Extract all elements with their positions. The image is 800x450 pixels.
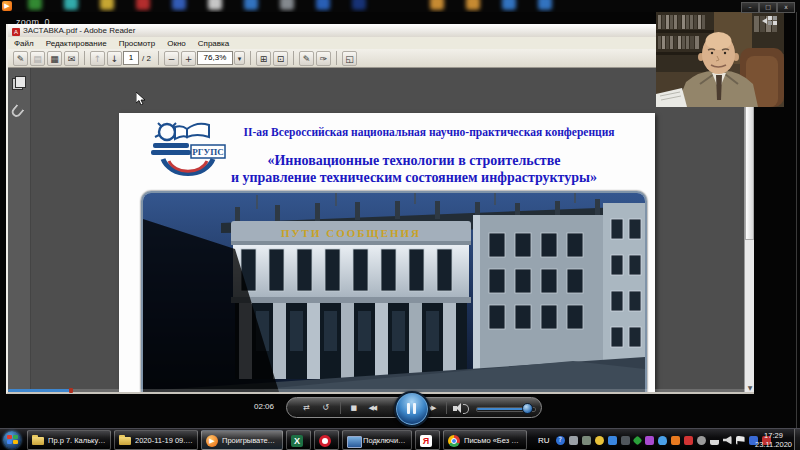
mouse-cursor: [136, 92, 145, 105]
fullscreen-icon[interactable]: ◱: [342, 51, 357, 66]
toolbar-separator: [250, 51, 251, 65]
video-right-edge: [796, 12, 797, 428]
repeat-icon[interactable]: ↺: [316, 403, 335, 412]
pdf-page: РГУПС II-ая Всероссийская национальная н…: [119, 113, 655, 392]
rewind-icon[interactable]: ◀◀: [361, 404, 382, 412]
excel-icon: X: [291, 435, 304, 446]
help-icon[interactable]: ?: [556, 436, 565, 445]
yandex-icon: Я: [420, 435, 433, 446]
elapsed-time: 02:06: [254, 402, 274, 411]
sign-document-icon[interactable]: ✎: [13, 51, 28, 66]
zoom-in-icon[interactable]: +: [181, 51, 196, 66]
comment-icon[interactable]: ✎: [299, 51, 314, 66]
seek-bar[interactable]: [8, 389, 748, 392]
taskbar-media-player[interactable]: ▶ Проигрыватель...: [201, 430, 283, 450]
seek-bar-handle[interactable]: [69, 388, 73, 393]
taskbar-excel[interactable]: X: [286, 430, 311, 450]
volume-icon[interactable]: [723, 436, 732, 445]
language-indicator[interactable]: RU: [538, 436, 550, 445]
print-icon[interactable]: ▦: [47, 51, 62, 66]
controls-separator: [340, 402, 341, 414]
minimize-button[interactable]: –: [741, 2, 759, 13]
scrollbar-thumb[interactable]: [745, 104, 754, 240]
opera-icon: [319, 435, 332, 446]
taskbar-clock[interactable]: 17:29 23.11.2020: [755, 431, 792, 449]
system-tray: RU ?: [538, 429, 773, 450]
taskbar-connect[interactable]: Подключиться к...: [342, 430, 412, 450]
adobe-menubar: ФайлРедактированиеПросмотрОкноСправка: [8, 37, 754, 49]
stop-icon[interactable]: ■: [346, 404, 361, 412]
building-image: ПУТИ СООБЩЕНИЯ: [141, 191, 647, 392]
clock-time: 17:29: [755, 431, 792, 440]
app-red-icon[interactable]: [684, 436, 693, 445]
show-desktop-button[interactable]: [794, 429, 800, 450]
cloud-icon[interactable]: [658, 436, 667, 445]
save-icon[interactable]: ▤: [30, 51, 45, 66]
adobe-navigation-pane: [8, 68, 31, 392]
folder-icon: [119, 435, 132, 446]
action-center-flag-icon[interactable]: [736, 436, 745, 445]
volume-thumb[interactable]: [522, 403, 533, 414]
controls-separator: [446, 402, 447, 414]
desktop: zoom_0 AЗАСТАВКА.pdf - Adobe Reader Файл…: [0, 0, 800, 450]
player-titlebar[interactable]: [0, 0, 800, 12]
taskbar-yandex[interactable]: Я: [415, 430, 440, 450]
usb-icon[interactable]: [569, 436, 578, 445]
next-page-icon[interactable]: ↓: [107, 51, 122, 66]
adobe-reader-window: AЗАСТАВКА.pdf - Adobe Reader ФайлРедакти…: [6, 24, 754, 394]
toolbar-separator: [84, 51, 85, 65]
close-button[interactable]: x: [777, 2, 795, 13]
folder-icon: [32, 435, 45, 446]
page-thumbnails-icon[interactable]: [12, 76, 25, 89]
adobe-toolbar: ✎ ▤ ▦ ✉ ↑ ↓ 1 / 2 − + 76,3% ▾ ⊞ ⊡ ✎ ✑: [8, 49, 754, 68]
adobe-reader-icon: A: [12, 28, 20, 36]
mute-icon[interactable]: [452, 402, 467, 414]
player-app-icon: ▶: [2, 1, 12, 11]
network-icon[interactable]: [710, 436, 719, 445]
seek-bar-progress: [8, 389, 70, 392]
app-dark-icon[interactable]: [621, 436, 630, 445]
taskbar-folder2[interactable]: 2020-11-19 09.05...: [114, 430, 198, 450]
pause-button[interactable]: [394, 391, 430, 427]
diamond-green-icon[interactable]: [632, 435, 642, 445]
attachments-paperclip-icon[interactable]: [12, 106, 25, 119]
conference-title-line1: II-ая Всероссийская национальная научно-…: [209, 126, 649, 138]
clock-date: 23.11.2020: [755, 440, 792, 449]
taskbar-opera[interactable]: [314, 430, 339, 450]
zoom-level-value[interactable]: 76,3%: [197, 51, 233, 65]
taskbar: Пр.р 7. Калькуля... 2020-11-19 09.05... …: [0, 428, 800, 450]
view-toggle-icon[interactable]: [762, 16, 778, 26]
toolbar-separator: [293, 51, 294, 65]
conference-title-line3: и управление техническим состоянием инфр…: [179, 170, 649, 186]
maximize-button[interactable]: □: [759, 2, 777, 13]
app-purple-icon[interactable]: [645, 436, 654, 445]
media-player-icon: ▶: [206, 435, 219, 446]
conference-title-line2: «Инновационные технологии в строительств…: [179, 153, 649, 169]
start-button[interactable]: [3, 431, 21, 449]
page-total-label: / 2: [142, 54, 151, 63]
remote-connect-icon: [347, 435, 360, 446]
email-icon[interactable]: ✉: [64, 51, 79, 66]
highlight-icon[interactable]: ✑: [316, 51, 331, 66]
app-orange-icon[interactable]: [671, 436, 680, 445]
phone-icon[interactable]: [582, 436, 591, 445]
toolbar-separator: [158, 51, 159, 65]
volume-slider[interactable]: [476, 403, 531, 413]
zoom-dropdown-icon[interactable]: ▾: [234, 51, 245, 65]
chrome-icon: [448, 435, 461, 446]
media-player-video-area[interactable]: zoom_0 AЗАСТАВКА.pdf - Adobe Reader Файл…: [0, 12, 800, 428]
adobe-titlebar[interactable]: AЗАСТАВКА.pdf - Adobe Reader: [8, 24, 754, 37]
fit-width-icon[interactable]: ⊞: [256, 51, 271, 66]
taskbar-chrome-mail[interactable]: Письмо «Без те...: [443, 430, 527, 450]
shuffle-icon[interactable]: ⇄: [297, 403, 316, 412]
taskbar-folder1[interactable]: Пр.р 7. Калькуля...: [27, 430, 111, 450]
gray-circle-icon[interactable]: [697, 436, 706, 445]
app-blue-icon[interactable]: [608, 436, 617, 445]
vertical-scrollbar[interactable]: ▲ ▼: [744, 68, 754, 392]
zoom-out-icon[interactable]: −: [164, 51, 179, 66]
adobe-document-area: РГУПС II-ая Всероссийская национальная н…: [8, 68, 754, 392]
page-number-input[interactable]: 1: [123, 51, 139, 65]
previous-page-icon[interactable]: ↑: [90, 51, 105, 66]
fit-page-icon[interactable]: ⊡: [273, 51, 288, 66]
flower-icon[interactable]: [595, 436, 604, 445]
